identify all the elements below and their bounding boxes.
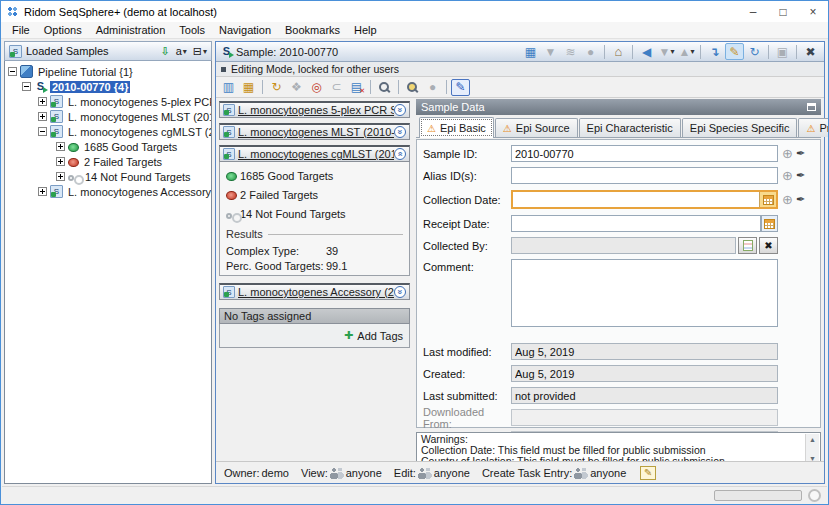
scroll-up-icon[interactable]: ▲ xyxy=(809,434,816,445)
tree-item-cgmlst[interactable]: L. monocytogenes cgMLST (2010-00770) xyxy=(5,124,211,139)
import-samples-icon[interactable]: ⇩ xyxy=(160,43,169,59)
good-targets-row[interactable]: 1685 Good Targets xyxy=(226,168,403,184)
receipt-date-input[interactable] xyxy=(511,215,761,232)
collapse-expander[interactable] xyxy=(22,82,31,91)
tab-epi-characteristic[interactable]: Epi Characteristic xyxy=(579,118,681,137)
menu-bookmarks[interactable]: Bookmarks xyxy=(278,22,347,38)
comment-textarea[interactable] xyxy=(511,259,778,327)
filter-icon[interactable]: ▼ xyxy=(541,43,560,60)
expand-expander[interactable] xyxy=(56,142,65,151)
tree-item-failed-targets[interactable]: 2 Failed Targets xyxy=(5,154,211,169)
search-database-icon[interactable] xyxy=(403,79,422,96)
panel-mlst[interactable]: L. monocytogenes MLST (2010-00770) » xyxy=(219,123,410,140)
attachment-icon[interactable]: ⊂ xyxy=(327,79,346,96)
tab-procedure[interactable]: ⚠ Procedure xyxy=(798,118,829,137)
downloaded-from-value xyxy=(511,409,778,426)
panel-title[interactable]: L. monocytogenes Accessory (2010... xyxy=(238,286,394,298)
expand-expander[interactable] xyxy=(38,187,47,196)
menu-tools[interactable]: Tools xyxy=(172,22,212,38)
panel-title[interactable]: L. monocytogenes cgMLST (2010-00... xyxy=(238,148,394,160)
collapse-all-icon[interactable]: ⊟▾ xyxy=(193,43,207,59)
collection-date-input[interactable] xyxy=(513,192,759,207)
history-pen-icon[interactable]: ✒ xyxy=(796,147,805,160)
expand-expander[interactable] xyxy=(56,157,65,166)
crosstable-icon[interactable]: ▦ xyxy=(521,43,540,60)
panel-serogroup[interactable]: L. monocytogenes 5-plex PCR Sero... » xyxy=(219,101,410,118)
tree-item-serogroup[interactable]: L. monocytogenes 5-plex PCR Serogroup (2… xyxy=(5,94,211,109)
expand-chevron-icon[interactable]: » xyxy=(394,126,406,138)
sort-icon[interactable]: a▾ xyxy=(176,43,187,59)
home-icon[interactable]: ⌂ xyxy=(609,43,628,60)
globe-icon[interactable]: ⊕ xyxy=(782,169,793,182)
history-pen-icon[interactable]: ✒ xyxy=(796,169,805,182)
sphere-icon[interactable]: ● xyxy=(581,43,600,60)
close-button[interactable]: × xyxy=(798,1,828,22)
menu-navigation[interactable]: Navigation xyxy=(212,22,278,38)
tree-item-notfound-targets[interactable]: 14 Not Found Targets xyxy=(5,169,211,184)
warnings-scrollbar[interactable]: ▲ ▼ xyxy=(805,434,819,464)
report-icon[interactable]: ✎ xyxy=(451,79,470,96)
tab-epi-species-specific[interactable]: Epi Species Specific xyxy=(682,118,798,137)
sample-id-input[interactable] xyxy=(511,145,778,162)
disabled-circle-icon[interactable]: ● xyxy=(423,79,442,96)
panel-accessory[interactable]: L. monocytogenes Accessory (2010... » xyxy=(219,283,410,300)
tree-item-accessory[interactable]: L. monocytogenes Accessory (2010-00770) xyxy=(5,184,211,199)
maximize-button[interactable]: □ xyxy=(768,1,798,22)
panel-title[interactable]: L. monocytogenes MLST (2010-00770) xyxy=(238,126,394,138)
panel-window-icon[interactable] xyxy=(807,103,816,111)
tab-epi-basic[interactable]: ⚠ Epi Basic xyxy=(419,117,494,138)
search-similar-icon[interactable] xyxy=(375,79,394,96)
tab-epi-source[interactable]: ⚠ Epi Source xyxy=(495,118,578,137)
tree-item-pipeline-tutorial[interactable]: Pipeline Tutorial {1} xyxy=(5,64,211,79)
expand-chevron-icon[interactable]: » xyxy=(394,286,406,298)
collapse-expander[interactable] xyxy=(38,127,47,136)
calendar-icon[interactable] xyxy=(761,215,778,232)
menu-administration[interactable]: Administration xyxy=(89,22,173,38)
edit-mode-icon[interactable]: ✎ xyxy=(725,43,744,60)
save-icon[interactable]: ▣ xyxy=(773,43,792,60)
previous-sample-icon[interactable]: ▲▾ xyxy=(677,43,696,60)
globe-icon[interactable]: ⊕ xyxy=(782,193,793,206)
expand-expander[interactable] xyxy=(56,172,65,181)
panel-cgmlst[interactable]: L. monocytogenes cgMLST (2010-00... » xyxy=(219,145,410,162)
globe-icon[interactable]: ⊕ xyxy=(782,147,793,160)
panel-title[interactable]: L. monocytogenes 5-plex PCR Sero... xyxy=(238,104,394,116)
tree-item-good-targets[interactable]: 1685 Good Targets xyxy=(5,139,211,154)
target-overview-icon[interactable]: ◎ xyxy=(307,79,326,96)
history-pen-icon[interactable]: ✒ xyxy=(796,193,805,206)
close-icon[interactable]: ✖ xyxy=(801,43,820,60)
remove-database-icon[interactable]: ▤✕ xyxy=(347,79,366,96)
back-icon[interactable]: ◀ xyxy=(637,43,656,60)
edit-permissions-icon[interactable]: ✎ xyxy=(640,466,656,480)
pipeline-icon xyxy=(20,65,33,78)
menu-options[interactable]: Options xyxy=(37,22,89,38)
collapse-chevron-icon[interactable]: » xyxy=(394,148,406,160)
expand-chevron-icon[interactable]: » xyxy=(394,104,406,116)
alias-ids-input[interactable] xyxy=(511,167,778,184)
add-tags-button[interactable]: Add Tags xyxy=(357,330,403,342)
next-sample-icon[interactable]: ▼▾ xyxy=(657,43,676,60)
failed-targets-row[interactable]: 2 Failed Targets xyxy=(226,187,403,203)
contact-book-icon[interactable] xyxy=(738,237,757,254)
tree-item-sample[interactable]: 2010-00770 {4} xyxy=(5,79,211,94)
collected-by-input[interactable] xyxy=(511,237,736,254)
menu-bar: File Options Administration Tools Naviga… xyxy=(1,22,828,39)
menu-file[interactable]: File xyxy=(5,22,37,38)
goto-icon[interactable]: ↴ xyxy=(705,43,724,60)
reprocess-icon[interactable]: ↻ xyxy=(267,79,286,96)
refresh-icon[interactable]: ↻ xyxy=(745,43,764,60)
procedure-settings-icon[interactable]: ▦ xyxy=(239,79,258,96)
collapse-expander[interactable] xyxy=(8,67,17,76)
expand-expander[interactable] xyxy=(38,97,47,106)
minimize-button[interactable]: – xyxy=(738,1,768,22)
clear-icon[interactable]: ✖ xyxy=(759,237,778,254)
expand-expander[interactable] xyxy=(38,112,47,121)
menu-help[interactable]: Help xyxy=(347,22,384,38)
assembly-icon[interactable]: ▥ xyxy=(219,79,238,96)
calendar-icon[interactable] xyxy=(759,192,776,207)
tree-item-mlst[interactable]: L. monocytogenes MLST (2010-00770) xyxy=(5,109,211,124)
good-targets-icon xyxy=(68,143,79,152)
submission-icon[interactable]: ❖ xyxy=(287,79,306,96)
dna-icon[interactable]: ≋ xyxy=(561,43,580,60)
notfound-targets-row[interactable]: 14 Not Found Targets xyxy=(226,206,403,222)
